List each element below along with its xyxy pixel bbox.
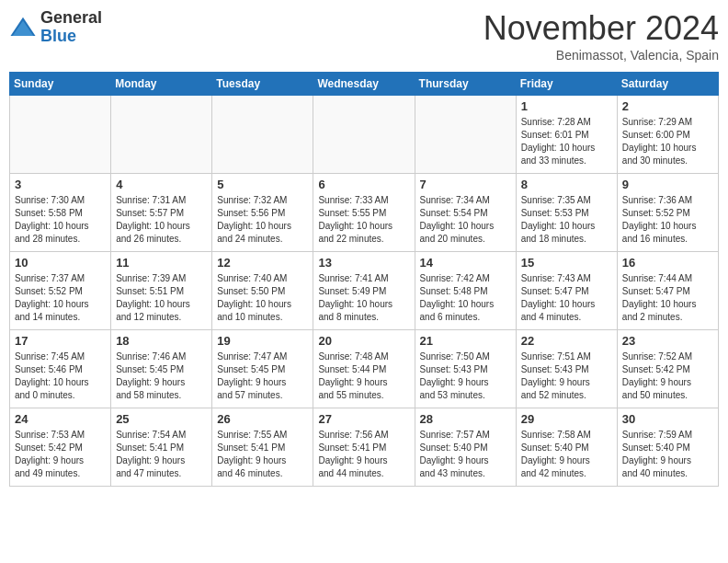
- logo-blue: Blue: [40, 28, 102, 46]
- day-cell: 20Sunrise: 7:48 AM Sunset: 5:44 PM Dayli…: [313, 330, 415, 408]
- week-row-4: 17Sunrise: 7:45 AM Sunset: 5:46 PM Dayli…: [10, 330, 719, 408]
- day-number: 13: [318, 256, 409, 270]
- day-cell: 7Sunrise: 7:34 AM Sunset: 5:54 PM Daylig…: [415, 174, 516, 252]
- day-number: 20: [318, 334, 409, 348]
- day-cell: 26Sunrise: 7:55 AM Sunset: 5:41 PM Dayli…: [212, 408, 313, 487]
- day-number: 7: [420, 178, 511, 191]
- week-row-2: 3Sunrise: 7:30 AM Sunset: 5:58 PM Daylig…: [10, 174, 719, 252]
- day-info: Sunrise: 7:34 AM Sunset: 5:54 PM Dayligh…: [420, 194, 511, 246]
- day-cell: 15Sunrise: 7:43 AM Sunset: 5:47 PM Dayli…: [516, 252, 617, 330]
- day-info: Sunrise: 7:53 AM Sunset: 5:42 PM Dayligh…: [15, 429, 106, 480]
- day-number: 9: [622, 178, 713, 191]
- day-info: Sunrise: 7:59 AM Sunset: 5:40 PM Dayligh…: [622, 429, 713, 480]
- calendar-header-row: SundayMondayTuesdayWednesdayThursdayFrid…: [10, 73, 719, 96]
- day-info: Sunrise: 7:58 AM Sunset: 5:40 PM Dayligh…: [521, 429, 612, 480]
- day-cell: 4Sunrise: 7:31 AM Sunset: 5:57 PM Daylig…: [111, 174, 212, 252]
- day-number: 4: [116, 178, 207, 191]
- day-info: Sunrise: 7:39 AM Sunset: 5:51 PM Dayligh…: [116, 272, 207, 324]
- day-cell: 19Sunrise: 7:47 AM Sunset: 5:45 PM Dayli…: [212, 330, 313, 408]
- day-number: 3: [15, 178, 106, 191]
- day-info: Sunrise: 7:35 AM Sunset: 5:53 PM Dayligh…: [521, 194, 612, 246]
- day-cell: [415, 96, 516, 174]
- day-number: 11: [116, 256, 207, 270]
- day-number: 25: [116, 412, 207, 426]
- day-cell: 17Sunrise: 7:45 AM Sunset: 5:46 PM Dayli…: [10, 330, 111, 408]
- day-number: 22: [521, 334, 612, 348]
- day-number: 27: [318, 412, 409, 426]
- day-info: Sunrise: 7:45 AM Sunset: 5:46 PM Dayligh…: [15, 350, 106, 402]
- day-cell: 24Sunrise: 7:53 AM Sunset: 5:42 PM Dayli…: [10, 408, 111, 487]
- day-cell: 27Sunrise: 7:56 AM Sunset: 5:41 PM Dayli…: [313, 408, 415, 487]
- header-tuesday: Tuesday: [212, 73, 313, 96]
- day-number: 14: [420, 256, 511, 270]
- calendar-table: SundayMondayTuesdayWednesdayThursdayFrid…: [9, 72, 719, 487]
- day-number: 28: [420, 412, 511, 426]
- day-info: Sunrise: 7:31 AM Sunset: 5:57 PM Dayligh…: [116, 194, 207, 246]
- day-cell: 14Sunrise: 7:42 AM Sunset: 5:48 PM Dayli…: [415, 252, 516, 330]
- day-cell: 22Sunrise: 7:51 AM Sunset: 5:43 PM Dayli…: [516, 330, 617, 408]
- day-info: Sunrise: 7:36 AM Sunset: 5:52 PM Dayligh…: [622, 194, 713, 246]
- logo-general: General: [40, 9, 102, 28]
- day-cell: 10Sunrise: 7:37 AM Sunset: 5:52 PM Dayli…: [10, 252, 111, 330]
- day-info: Sunrise: 7:28 AM Sunset: 6:01 PM Dayligh…: [521, 116, 612, 167]
- week-row-3: 10Sunrise: 7:37 AM Sunset: 5:52 PM Dayli…: [10, 252, 719, 330]
- day-info: Sunrise: 7:56 AM Sunset: 5:41 PM Dayligh…: [318, 429, 409, 480]
- logo: General Blue: [9, 9, 102, 46]
- day-number: 16: [622, 256, 713, 270]
- header-friday: Friday: [516, 73, 617, 96]
- day-cell: [212, 96, 313, 174]
- logo-icon: [9, 14, 37, 41]
- day-info: Sunrise: 7:52 AM Sunset: 5:42 PM Dayligh…: [622, 350, 713, 402]
- day-number: 23: [622, 334, 713, 348]
- day-cell: 3Sunrise: 7:30 AM Sunset: 5:58 PM Daylig…: [10, 174, 111, 252]
- day-cell: 5Sunrise: 7:32 AM Sunset: 5:56 PM Daylig…: [212, 174, 313, 252]
- title-block: November 2024 Benimassot, Valencia, Spai…: [483, 9, 719, 63]
- day-info: Sunrise: 7:40 AM Sunset: 5:50 PM Dayligh…: [217, 272, 308, 324]
- day-cell: 9Sunrise: 7:36 AM Sunset: 5:52 PM Daylig…: [617, 174, 718, 252]
- day-cell: 30Sunrise: 7:59 AM Sunset: 5:40 PM Dayli…: [617, 408, 718, 487]
- day-cell: 28Sunrise: 7:57 AM Sunset: 5:40 PM Dayli…: [415, 408, 516, 487]
- day-cell: [313, 96, 415, 174]
- day-cell: 16Sunrise: 7:44 AM Sunset: 5:47 PM Dayli…: [617, 252, 718, 330]
- day-info: Sunrise: 7:29 AM Sunset: 6:00 PM Dayligh…: [622, 116, 713, 167]
- day-number: 10: [15, 256, 106, 270]
- day-cell: 23Sunrise: 7:52 AM Sunset: 5:42 PM Dayli…: [617, 330, 718, 408]
- day-cell: 29Sunrise: 7:58 AM Sunset: 5:40 PM Dayli…: [516, 408, 617, 487]
- day-number: 12: [217, 256, 308, 270]
- day-info: Sunrise: 7:46 AM Sunset: 5:45 PM Dayligh…: [116, 350, 207, 402]
- month-title: November 2024: [483, 9, 719, 48]
- day-cell: 12Sunrise: 7:40 AM Sunset: 5:50 PM Dayli…: [212, 252, 313, 330]
- day-info: Sunrise: 7:54 AM Sunset: 5:41 PM Dayligh…: [116, 429, 207, 480]
- week-row-1: 1Sunrise: 7:28 AM Sunset: 6:01 PM Daylig…: [10, 96, 719, 174]
- day-info: Sunrise: 7:47 AM Sunset: 5:45 PM Dayligh…: [217, 350, 308, 402]
- day-info: Sunrise: 7:30 AM Sunset: 5:58 PM Dayligh…: [15, 194, 106, 246]
- day-cell: 11Sunrise: 7:39 AM Sunset: 5:51 PM Dayli…: [111, 252, 212, 330]
- day-info: Sunrise: 7:41 AM Sunset: 5:49 PM Dayligh…: [318, 272, 409, 324]
- header-saturday: Saturday: [617, 73, 718, 96]
- day-cell: 21Sunrise: 7:50 AM Sunset: 5:43 PM Dayli…: [415, 330, 516, 408]
- day-number: 21: [420, 334, 511, 348]
- day-number: 19: [217, 334, 308, 348]
- day-info: Sunrise: 7:44 AM Sunset: 5:47 PM Dayligh…: [622, 272, 713, 324]
- day-cell: [10, 96, 111, 174]
- day-info: Sunrise: 7:57 AM Sunset: 5:40 PM Dayligh…: [420, 429, 511, 480]
- day-cell: [111, 96, 212, 174]
- day-info: Sunrise: 7:33 AM Sunset: 5:55 PM Dayligh…: [318, 194, 409, 246]
- day-number: 15: [521, 256, 612, 270]
- header-sunday: Sunday: [10, 73, 111, 96]
- day-cell: 1Sunrise: 7:28 AM Sunset: 6:01 PM Daylig…: [516, 96, 617, 174]
- week-row-5: 24Sunrise: 7:53 AM Sunset: 5:42 PM Dayli…: [10, 408, 719, 487]
- day-cell: 25Sunrise: 7:54 AM Sunset: 5:41 PM Dayli…: [111, 408, 212, 487]
- day-info: Sunrise: 7:48 AM Sunset: 5:44 PM Dayligh…: [318, 350, 409, 402]
- day-number: 26: [217, 412, 308, 426]
- day-cell: 6Sunrise: 7:33 AM Sunset: 5:55 PM Daylig…: [313, 174, 415, 252]
- header-wednesday: Wednesday: [313, 73, 415, 96]
- day-number: 2: [622, 99, 713, 113]
- day-info: Sunrise: 7:42 AM Sunset: 5:48 PM Dayligh…: [420, 272, 511, 324]
- day-number: 18: [116, 334, 207, 348]
- day-cell: 13Sunrise: 7:41 AM Sunset: 5:49 PM Dayli…: [313, 252, 415, 330]
- day-info: Sunrise: 7:37 AM Sunset: 5:52 PM Dayligh…: [15, 272, 106, 324]
- day-info: Sunrise: 7:50 AM Sunset: 5:43 PM Dayligh…: [420, 350, 511, 402]
- day-info: Sunrise: 7:51 AM Sunset: 5:43 PM Dayligh…: [521, 350, 612, 402]
- day-info: Sunrise: 7:55 AM Sunset: 5:41 PM Dayligh…: [217, 429, 308, 480]
